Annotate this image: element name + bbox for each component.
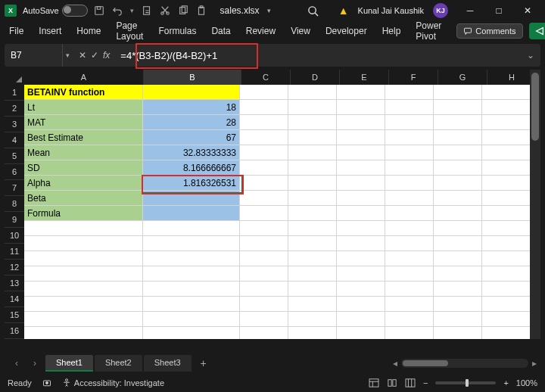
zoom-slider[interactable] xyxy=(435,381,496,384)
add-sheet-button[interactable]: + xyxy=(195,357,213,369)
share-button[interactable] xyxy=(529,23,545,39)
select-all-cell[interactable] xyxy=(5,70,24,85)
cell-G5[interactable] xyxy=(434,145,482,160)
save-icon[interactable] xyxy=(94,5,104,16)
cell-D16[interactable] xyxy=(288,312,337,327)
cell-C7[interactable] xyxy=(240,176,288,191)
row-header-11[interactable]: 11 xyxy=(5,244,24,260)
cell-B2[interactable]: 18 xyxy=(143,100,240,115)
cell-E12[interactable] xyxy=(337,251,385,266)
cell-A4[interactable]: Best Estimate xyxy=(24,130,143,145)
cell-D3[interactable] xyxy=(288,115,337,130)
cell-A2[interactable]: Lt xyxy=(24,100,143,115)
cell-B7[interactable]: 1.816326531 xyxy=(143,176,240,191)
cell-F7[interactable] xyxy=(385,176,434,191)
undo-icon[interactable] xyxy=(112,5,123,16)
new-file-icon[interactable] xyxy=(142,5,152,16)
cell-E3[interactable] xyxy=(337,115,385,130)
cell-D9[interactable] xyxy=(288,206,337,221)
row-header-12[interactable]: 12 xyxy=(5,260,24,275)
cell-B10[interactable] xyxy=(143,221,240,236)
row-header-7[interactable]: 7 xyxy=(5,180,24,196)
cell-H15[interactable] xyxy=(482,297,531,312)
cell-D4[interactable] xyxy=(288,130,337,145)
cell-H7[interactable] xyxy=(482,176,531,191)
cell-D14[interactable] xyxy=(288,282,337,297)
cell-D2[interactable] xyxy=(288,100,337,115)
cell-H17[interactable] xyxy=(482,327,531,339)
cell-D8[interactable] xyxy=(288,191,337,206)
col-header-D[interactable]: D xyxy=(291,70,340,85)
scroll-left-icon[interactable]: ◂ xyxy=(389,358,401,369)
macro-record-icon[interactable] xyxy=(42,378,51,387)
cell-F5[interactable] xyxy=(385,145,434,160)
cell-E6[interactable] xyxy=(337,160,385,176)
cell-H11[interactable] xyxy=(482,236,531,251)
cell-A12[interactable] xyxy=(24,251,143,266)
cell-G15[interactable] xyxy=(434,297,482,312)
accept-formula-icon[interactable]: ✓ xyxy=(91,50,98,61)
cell-E9[interactable] xyxy=(337,206,385,221)
cell-C5[interactable] xyxy=(240,145,288,160)
cell-E10[interactable] xyxy=(337,221,385,236)
cell-C1[interactable] xyxy=(240,85,288,100)
redo-dropdown-icon[interactable]: ▾ xyxy=(130,7,134,14)
row-header-10[interactable]: 10 xyxy=(5,228,24,244)
cell-H2[interactable] xyxy=(482,100,531,115)
filename-dropdown-icon[interactable]: ▾ xyxy=(267,7,271,14)
cell-B14[interactable] xyxy=(143,282,240,297)
cell-A3[interactable]: MAT xyxy=(24,115,143,130)
cell-A7[interactable]: Alpha xyxy=(24,176,143,191)
close-icon[interactable]: ✕ xyxy=(515,2,540,20)
expand-formula-bar-icon[interactable]: ⌄ xyxy=(527,50,534,61)
cell-G4[interactable] xyxy=(434,130,482,145)
cell-A6[interactable]: SD xyxy=(24,160,143,176)
cell-C6[interactable] xyxy=(240,160,288,176)
tab-power-pivot[interactable]: Power Pivot xyxy=(416,20,441,42)
sheet-tab-sheet2[interactable]: Sheet2 xyxy=(95,355,142,372)
cell-C3[interactable] xyxy=(240,115,288,130)
cell-F10[interactable] xyxy=(385,221,434,236)
cell-C8[interactable] xyxy=(240,191,288,206)
warning-icon[interactable]: ▲ xyxy=(338,5,349,17)
row-header-14[interactable]: 14 xyxy=(5,291,24,307)
cell-F11[interactable] xyxy=(385,236,434,251)
namebox-dropdown-icon[interactable]: ▾ xyxy=(63,51,73,59)
cut-icon[interactable] xyxy=(160,5,170,16)
avatar[interactable]: KJ xyxy=(433,3,448,18)
sheet-tab-sheet3[interactable]: Sheet3 xyxy=(144,355,192,372)
cell-C14[interactable] xyxy=(240,282,288,297)
tab-help[interactable]: Help xyxy=(382,26,401,36)
col-header-F[interactable]: F xyxy=(389,70,438,85)
cell-C4[interactable] xyxy=(240,130,288,145)
cell-H5[interactable] xyxy=(482,145,531,160)
cell-A10[interactable] xyxy=(24,221,143,236)
cell-A16[interactable] xyxy=(24,312,143,327)
col-header-E[interactable]: E xyxy=(340,70,389,85)
zoom-out-button[interactable]: − xyxy=(423,378,428,387)
cell-B4[interactable]: 67 xyxy=(143,130,240,145)
cell-F9[interactable] xyxy=(385,206,434,221)
cell-G17[interactable] xyxy=(434,327,482,339)
vertical-scrollbar[interactable] xyxy=(530,70,540,339)
tab-home[interactable]: Home xyxy=(76,26,101,36)
cell-H14[interactable] xyxy=(482,282,531,297)
cell-C10[interactable] xyxy=(240,221,288,236)
tab-view[interactable]: View xyxy=(291,26,310,36)
cell-C2[interactable] xyxy=(240,100,288,115)
cell-G7[interactable] xyxy=(434,176,482,191)
cell-E14[interactable] xyxy=(337,282,385,297)
cell-G10[interactable] xyxy=(434,221,482,236)
cell-G3[interactable] xyxy=(434,115,482,130)
cell-B17[interactable] xyxy=(143,327,240,339)
cell-H10[interactable] xyxy=(482,221,531,236)
cell-C17[interactable] xyxy=(240,327,288,339)
cell-C11[interactable] xyxy=(240,236,288,251)
col-header-G[interactable]: G xyxy=(438,70,487,85)
cell-F17[interactable] xyxy=(385,327,434,339)
scroll-right-icon[interactable]: ▸ xyxy=(528,358,540,369)
cell-G11[interactable] xyxy=(434,236,482,251)
cell-E8[interactable] xyxy=(337,191,385,206)
cell-G16[interactable] xyxy=(434,312,482,327)
cell-H13[interactable] xyxy=(482,266,531,282)
